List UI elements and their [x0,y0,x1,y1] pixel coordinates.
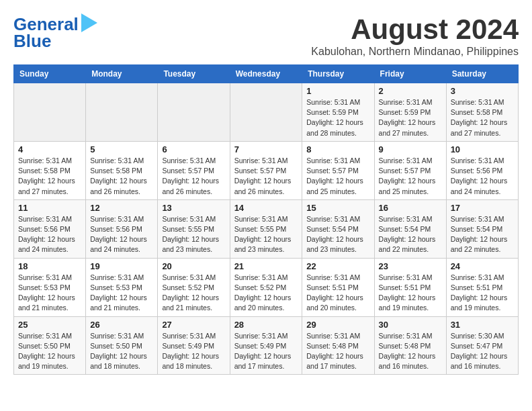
day-number: 19 [90,261,153,271]
calendar-cell: 6Sunrise: 5:31 AM Sunset: 5:57 PM Daylig… [158,141,230,199]
svg-marker-0 [81,13,97,32]
calendar-cell: 23Sunrise: 5:31 AM Sunset: 5:51 PM Dayli… [374,258,446,316]
calendar-cell: 13Sunrise: 5:31 AM Sunset: 5:55 PM Dayli… [158,199,230,258]
calendar-week-row: 25Sunrise: 5:31 AM Sunset: 5:50 PM Dayli… [14,316,519,375]
day-number: 26 [90,320,153,330]
calendar-cell: 1Sunrise: 5:31 AM Sunset: 5:59 PM Daylig… [302,83,374,142]
day-info: Sunrise: 5:31 AM Sunset: 5:54 PM Dayligh… [306,214,369,255]
calendar-week-row: 11Sunrise: 5:31 AM Sunset: 5:56 PM Dayli… [14,199,519,258]
day-info: Sunrise: 5:31 AM Sunset: 5:56 PM Dayligh… [18,214,81,255]
day-info: Sunrise: 5:31 AM Sunset: 5:54 PM Dayligh… [379,214,442,255]
weekday-header-monday: Monday [86,65,158,83]
day-number: 14 [234,203,298,213]
weekday-header-thursday: Thursday [302,65,374,83]
weekday-header-friday: Friday [374,65,446,83]
day-number: 7 [234,144,298,154]
calendar-cell: 2Sunrise: 5:31 AM Sunset: 5:59 PM Daylig… [374,83,446,142]
day-number: 28 [234,320,298,330]
calendar-cell: 16Sunrise: 5:31 AM Sunset: 5:54 PM Dayli… [374,199,446,258]
day-number: 23 [379,261,442,271]
day-number: 29 [306,320,369,330]
day-info: Sunrise: 5:31 AM Sunset: 5:55 PM Dayligh… [162,214,225,255]
day-info: Sunrise: 5:31 AM Sunset: 5:59 PM Dayligh… [379,97,442,138]
calendar-cell: 19Sunrise: 5:31 AM Sunset: 5:53 PM Dayli… [86,258,158,316]
day-info: Sunrise: 5:31 AM Sunset: 5:57 PM Dayligh… [379,156,442,197]
day-number: 22 [306,261,369,271]
calendar-cell [230,83,302,142]
day-info: Sunrise: 5:31 AM Sunset: 5:52 PM Dayligh… [234,273,298,314]
day-number: 15 [306,203,369,213]
calendar-header: SundayMondayTuesdayWednesdayThursdayFrid… [14,65,519,83]
calendar-cell [14,83,86,142]
day-number: 27 [162,320,225,330]
title-section: August 2024 Kabulohan, Northern Mindanao… [311,13,519,58]
day-info: Sunrise: 5:31 AM Sunset: 5:49 PM Dayligh… [234,331,298,372]
calendar-cell: 21Sunrise: 5:31 AM Sunset: 5:52 PM Dayli… [230,258,302,316]
calendar-cell: 17Sunrise: 5:31 AM Sunset: 5:54 PM Dayli… [446,199,518,258]
calendar-cell: 11Sunrise: 5:31 AM Sunset: 5:56 PM Dayli… [14,199,86,258]
day-info: Sunrise: 5:31 AM Sunset: 5:51 PM Dayligh… [379,273,442,314]
day-number: 18 [18,261,81,271]
calendar-cell: 9Sunrise: 5:31 AM Sunset: 5:57 PM Daylig… [374,141,446,199]
day-number: 13 [162,203,225,213]
calendar-cell: 4Sunrise: 5:31 AM Sunset: 5:58 PM Daylig… [14,141,86,199]
logo: General Blue [13,13,97,50]
day-number: 30 [379,320,442,330]
weekday-header-wednesday: Wednesday [230,65,302,83]
day-info: Sunrise: 5:31 AM Sunset: 5:57 PM Dayligh… [234,156,298,197]
day-info: Sunrise: 5:31 AM Sunset: 5:57 PM Dayligh… [162,156,225,197]
day-info: Sunrise: 5:31 AM Sunset: 5:53 PM Dayligh… [18,273,81,314]
day-number: 17 [451,203,514,213]
calendar-cell: 30Sunrise: 5:31 AM Sunset: 5:48 PM Dayli… [374,316,446,375]
calendar-cell: 31Sunrise: 5:30 AM Sunset: 5:47 PM Dayli… [446,316,518,375]
calendar-cell: 10Sunrise: 5:31 AM Sunset: 5:56 PM Dayli… [446,141,518,199]
day-number: 11 [18,203,81,213]
calendar-cell: 3Sunrise: 5:31 AM Sunset: 5:58 PM Daylig… [446,83,518,142]
calendar-week-row: 18Sunrise: 5:31 AM Sunset: 5:53 PM Dayli… [14,258,519,316]
calendar-cell: 22Sunrise: 5:31 AM Sunset: 5:51 PM Dayli… [302,258,374,316]
calendar-cell: 25Sunrise: 5:31 AM Sunset: 5:50 PM Dayli… [14,316,86,375]
day-number: 16 [379,203,442,213]
day-info: Sunrise: 5:31 AM Sunset: 5:53 PM Dayligh… [90,273,153,314]
day-number: 20 [162,261,225,271]
day-info: Sunrise: 5:31 AM Sunset: 5:58 PM Dayligh… [90,156,153,197]
day-info: Sunrise: 5:31 AM Sunset: 5:48 PM Dayligh… [379,331,442,372]
day-number: 6 [162,144,225,154]
day-info: Sunrise: 5:31 AM Sunset: 5:50 PM Dayligh… [18,331,81,372]
day-info: Sunrise: 5:31 AM Sunset: 5:50 PM Dayligh… [90,331,153,372]
calendar-cell: 20Sunrise: 5:31 AM Sunset: 5:52 PM Dayli… [158,258,230,316]
day-info: Sunrise: 5:31 AM Sunset: 5:48 PM Dayligh… [306,331,369,372]
day-number: 9 [379,144,442,154]
month-year-title: August 2024 [311,13,519,46]
calendar-body: 1Sunrise: 5:31 AM Sunset: 5:59 PM Daylig… [14,83,519,375]
day-info: Sunrise: 5:31 AM Sunset: 5:57 PM Dayligh… [306,156,369,197]
day-info: Sunrise: 5:31 AM Sunset: 5:56 PM Dayligh… [451,156,514,197]
day-info: Sunrise: 5:31 AM Sunset: 5:51 PM Dayligh… [306,273,369,314]
calendar-cell: 15Sunrise: 5:31 AM Sunset: 5:54 PM Dayli… [302,199,374,258]
calendar-cell: 12Sunrise: 5:31 AM Sunset: 5:56 PM Dayli… [86,199,158,258]
day-info: Sunrise: 5:31 AM Sunset: 5:56 PM Dayligh… [90,214,153,255]
weekday-header-sunday: Sunday [14,65,86,83]
header: General Blue August 2024 Kabulohan, Nort… [13,13,519,58]
day-info: Sunrise: 5:31 AM Sunset: 5:58 PM Dayligh… [18,156,81,197]
logo-blue: Blue [13,31,51,51]
location-subtitle: Kabulohan, Northern Mindanao, Philippine… [311,46,519,58]
day-info: Sunrise: 5:31 AM Sunset: 5:52 PM Dayligh… [162,273,225,314]
day-info: Sunrise: 5:31 AM Sunset: 5:54 PM Dayligh… [451,214,514,255]
calendar-week-row: 4Sunrise: 5:31 AM Sunset: 5:58 PM Daylig… [14,141,519,199]
calendar-cell: 27Sunrise: 5:31 AM Sunset: 5:49 PM Dayli… [158,316,230,375]
day-number: 4 [18,144,81,154]
day-number: 10 [451,144,514,154]
calendar-cell: 7Sunrise: 5:31 AM Sunset: 5:57 PM Daylig… [230,141,302,199]
day-number: 8 [306,144,369,154]
day-info: Sunrise: 5:31 AM Sunset: 5:51 PM Dayligh… [451,273,514,314]
day-number: 2 [379,86,442,96]
day-number: 25 [18,320,81,330]
calendar-cell [158,83,230,142]
day-number: 12 [90,203,153,213]
day-number: 5 [90,144,153,154]
calendar-cell: 24Sunrise: 5:31 AM Sunset: 5:51 PM Dayli… [446,258,518,316]
calendar-week-row: 1Sunrise: 5:31 AM Sunset: 5:59 PM Daylig… [14,83,519,142]
day-number: 1 [306,86,369,96]
calendar-cell: 8Sunrise: 5:31 AM Sunset: 5:57 PM Daylig… [302,141,374,199]
